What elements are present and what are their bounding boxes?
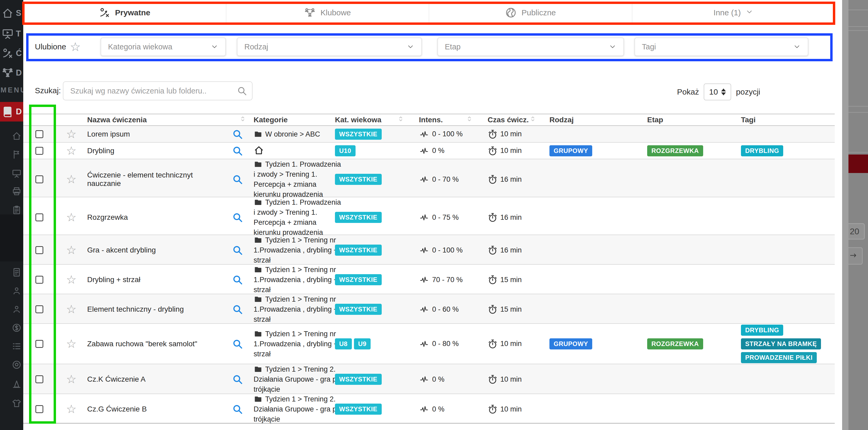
filter-select-rodzaj[interactable]: Rodzaj — [237, 37, 422, 56]
row-favorite-star[interactable]: ☆ — [56, 126, 87, 142]
sort-icon[interactable] — [397, 114, 405, 125]
page-size-select[interactable]: 10 — [704, 84, 731, 100]
table-row: ☆Zabawa ruchowa "berek samolot"Tydzien 1… — [23, 324, 835, 364]
intensity-value: 0 - 80 % — [432, 340, 459, 348]
team-icon — [304, 7, 316, 19]
row-favorite-star[interactable]: ☆ — [56, 265, 87, 295]
folder-path-line: 1.Prowadzenia , drybling + — [254, 304, 338, 314]
row-favorite-star[interactable]: ☆ — [56, 324, 87, 364]
row-checkbox[interactable] — [35, 130, 43, 138]
search-input[interactable] — [63, 81, 252, 100]
row-checkbox[interactable] — [35, 305, 43, 313]
filter-select-etap[interactable]: Etap — [437, 37, 624, 56]
tags-cell: DRYBLINGSTRZAŁY NA BRAMKĘPROWADZENIE PIŁ… — [737, 324, 834, 364]
intensity-cell: 0 % — [411, 143, 480, 159]
folder-icon — [254, 236, 262, 244]
folder-icon — [254, 330, 262, 338]
sidebar-item-3[interactable]: D — [0, 63, 23, 83]
rodzaj-cell — [544, 126, 639, 142]
sort-icon — [465, 114, 473, 123]
sidebar-item-active[interactable]: D — [0, 102, 23, 122]
spinner-icon[interactable] — [721, 89, 726, 95]
table-row: ☆Gra - akcent dryblingTydzien 1 > Trenin… — [23, 235, 835, 265]
team-icon — [2, 67, 14, 79]
duration-value: 16 min — [500, 246, 522, 254]
row-checkbox[interactable] — [35, 405, 43, 413]
table-row: ☆Element techniczny - dryblingTydzien 1 … — [23, 294, 835, 324]
preview-button[interactable] — [232, 126, 254, 142]
rodzaj-cell — [544, 159, 639, 199]
sort-icon[interactable] — [529, 114, 537, 125]
sidebar-item-1[interactable]: T — [0, 24, 23, 43]
filter-select-kategoria-wiekowa[interactable]: Kategoria wiekowa — [101, 37, 226, 56]
header-intens[interactable]: Intens. — [411, 114, 480, 125]
header-czas[interactable]: Czas ćwicz. — [480, 114, 544, 125]
tab-publiczne[interactable]: Publiczne — [429, 2, 632, 23]
tags-cell — [737, 364, 834, 394]
sidebar-mini-item[interactable] — [11, 150, 22, 161]
sort-icon[interactable] — [465, 114, 473, 125]
sort-icon[interactable] — [239, 114, 247, 125]
header-kat-wiekowa[interactable]: Kat. wiekowa — [335, 114, 411, 125]
sidebar-mini-item[interactable] — [11, 186, 22, 197]
preview-button[interactable] — [232, 159, 254, 199]
sidebar-mini-item[interactable] — [11, 398, 22, 409]
preview-button[interactable] — [232, 265, 254, 295]
sidebar-item-0[interactable]: S — [0, 4, 23, 23]
row-favorite-star[interactable]: ☆ — [56, 197, 87, 238]
tab-label: Prywatne — [115, 8, 150, 17]
age-category-badge: WSZYSTKIE — [335, 274, 382, 285]
etap-cell — [639, 126, 737, 142]
sidebar-menu-label: MENU — [1, 86, 23, 94]
exercise-name: Cz.K Ćwiczenie A — [87, 364, 232, 394]
tab-prywatne[interactable]: Prywatne — [23, 2, 226, 24]
search-icon — [232, 274, 243, 285]
sidebar-mini-item[interactable] — [11, 323, 22, 334]
preview-button[interactable] — [232, 394, 254, 424]
row-favorite-star[interactable]: ☆ — [56, 294, 87, 324]
tab-bar: PrywatneKlubowePubliczneInne (1) — [23, 2, 835, 24]
tab-label: Publiczne — [521, 8, 556, 17]
preview-button[interactable] — [232, 197, 254, 238]
preview-button[interactable] — [232, 235, 254, 265]
sidebar-mini-item[interactable] — [11, 341, 22, 352]
folder-path-line: trójkącie — [254, 384, 280, 394]
preview-button[interactable] — [232, 143, 254, 159]
filter-select-tagi[interactable]: Tagi — [634, 37, 808, 56]
age-category-cell: WSZYSTKIE — [335, 126, 411, 142]
sidebar-mini-item[interactable] — [11, 360, 22, 371]
sidebar-mini-item[interactable] — [11, 131, 22, 142]
row-checkbox[interactable] — [35, 340, 43, 348]
row-favorite-star[interactable]: ☆ — [56, 235, 87, 265]
row-checkbox[interactable] — [35, 147, 43, 155]
folder-path-line: 1.Prowadzenia , drybling + — [254, 339, 338, 349]
preview-button[interactable] — [232, 364, 254, 394]
row-checkbox[interactable] — [35, 175, 43, 183]
folder-path-line: W obronie > ABC — [254, 129, 320, 139]
sidebar-mini-item[interactable] — [11, 304, 22, 315]
tab-klubowe[interactable]: Klubowe — [226, 2, 429, 23]
star-icon[interactable]: ☆ — [70, 41, 81, 53]
row-checkbox[interactable] — [35, 276, 43, 284]
row-favorite-star[interactable]: ☆ — [56, 143, 87, 159]
sidebar-mini-item[interactable] — [11, 379, 22, 390]
sidebar-mini-item[interactable] — [11, 286, 22, 297]
row-favorite-star[interactable]: ☆ — [56, 394, 87, 424]
select-placeholder: Kategoria wiekowa — [108, 42, 172, 51]
pulse-icon — [419, 375, 430, 384]
row-favorite-star[interactable]: ☆ — [56, 159, 87, 199]
row-checkbox[interactable] — [35, 246, 43, 254]
tab-inne-1-[interactable]: Inne (1) — [632, 2, 835, 23]
preview-button[interactable] — [232, 324, 254, 364]
row-checkbox[interactable] — [35, 375, 43, 383]
row-checkbox[interactable] — [35, 213, 43, 221]
favorites-filter[interactable]: Ulubione ☆ — [35, 41, 81, 53]
sidebar-item-2[interactable]: Ć — [0, 44, 23, 63]
header-nazwa[interactable]: Nazwa ćwiczenia — [87, 114, 254, 125]
scrollbar[interactable] — [842, 0, 848, 430]
preview-button[interactable] — [232, 294, 254, 324]
sidebar-mini-item[interactable] — [11, 267, 22, 278]
sidebar-mini-item[interactable] — [11, 168, 22, 180]
row-favorite-star[interactable]: ☆ — [56, 364, 87, 394]
sidebar-mini-item[interactable] — [11, 205, 22, 216]
